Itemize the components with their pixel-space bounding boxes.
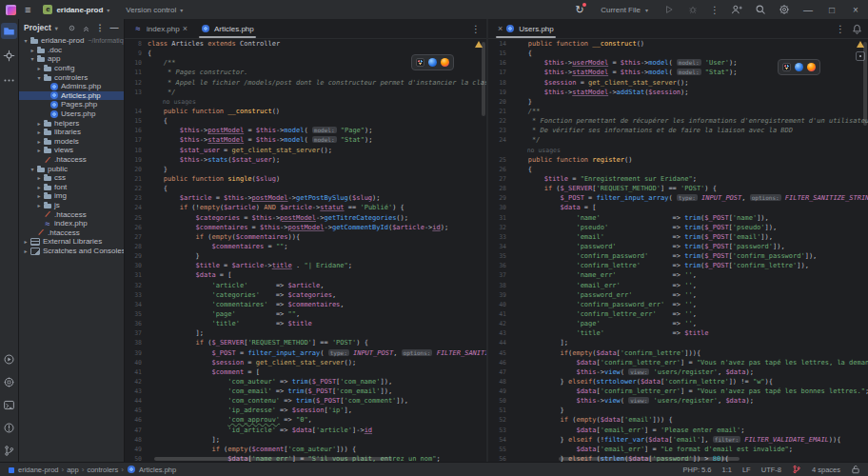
code-line[interactable]: 39 'password_err' => '', xyxy=(488,290,868,300)
run-button[interactable] xyxy=(662,3,676,16)
code-line[interactable]: 37 ]; xyxy=(124,328,486,338)
code-line[interactable]: 41 'confirm_lettre_err' => '', xyxy=(488,309,868,319)
tree-item-index-php[interactable]: ≈index.php xyxy=(19,219,124,228)
code-line[interactable]: 43 'com_email' => trim($_POST['com_email… xyxy=(124,387,486,396)
debug-button[interactable] xyxy=(686,3,700,16)
code-line[interactable]: 44 'com_contenu' => trim($_POST['com_com… xyxy=(124,396,486,406)
code-line[interactable]: 33 'email' => trim($_POST['email']), xyxy=(488,232,868,242)
code-line[interactable]: 28 if ($_SERVER['REQUEST_METHOD'] == 'PO… xyxy=(488,184,868,193)
code-line[interactable]: 26 { xyxy=(488,165,868,174)
code-line[interactable]: 34 'commentaires' => $commentaires, xyxy=(124,300,486,309)
code-with-me-button[interactable] xyxy=(730,3,743,16)
code-line[interactable]: 36 'title' => $title xyxy=(124,319,486,328)
code-line[interactable]: 19 $this->statModel->addStat($session); xyxy=(488,88,868,97)
horizontal-scrollbar[interactable] xyxy=(154,457,392,461)
code-line[interactable]: 32 'pseudo' => trim($_POST['pseudo']), xyxy=(488,223,868,232)
code-line[interactable]: 31 $data = [ xyxy=(124,270,486,280)
code-line[interactable]: 13 */ xyxy=(124,88,486,97)
code-line[interactable]: 30 $data = [ xyxy=(488,203,868,212)
tree-item-views[interactable]: ▸views xyxy=(19,146,124,155)
code-line[interactable]: 16 $this->postModel = $this->model( mode… xyxy=(124,126,486,135)
code-line[interactable]: 54 } elseif (!filter_var($data['email'],… xyxy=(488,435,868,445)
horizontal-scrollbar[interactable] xyxy=(559,457,740,461)
code-line[interactable]: 27 if (empty($commentaires)){ xyxy=(124,232,486,242)
code-line[interactable]: 35 'confirm_password' => trim($_POST['co… xyxy=(488,251,868,261)
status-item[interactable]: PHP: 5.6 xyxy=(683,466,712,474)
editor-left[interactable]: 8class Articles extends Controller9{10 /… xyxy=(124,38,486,463)
locate-file-button[interactable] xyxy=(67,23,76,32)
code-line[interactable]: 20 } xyxy=(124,165,486,174)
code-line[interactable]: 24 */ xyxy=(488,135,868,145)
run-configuration-selector[interactable]: Current File ▾ xyxy=(597,4,652,16)
tree-item-js[interactable]: ▸js xyxy=(19,201,124,210)
code-line[interactable]: 15 { xyxy=(488,49,868,58)
editor-splitter[interactable] xyxy=(486,19,488,463)
vcs-widget[interactable]: Version control ▾ xyxy=(122,4,187,16)
editor-right[interactable]: 14 public function __construct()15 {16 $… xyxy=(488,38,868,463)
code-line[interactable]: 47 $this->view( view: 'users/register', … xyxy=(488,367,868,377)
code-line[interactable]: 55 $data['email_err'] = "Le format d'ema… xyxy=(488,445,868,454)
tree-item-config[interactable]: ▸config xyxy=(19,64,124,73)
status-item[interactable]: 1:1 xyxy=(722,466,732,474)
code-line[interactable]: 32 'article' => $article, xyxy=(124,281,486,290)
breadcrumb-segment[interactable]: app xyxy=(67,466,79,474)
code-line[interactable]: 44 ]; xyxy=(488,338,868,347)
firefox-browser-icon[interactable] xyxy=(441,58,449,67)
tree-item-img[interactable]: ▸img xyxy=(19,191,124,201)
status-item[interactable]: UTF-8 xyxy=(761,466,781,474)
code-line[interactable]: no usages xyxy=(488,146,868,155)
code-line[interactable]: 36 'confirm_lettre' => trim($_POST['conf… xyxy=(488,261,868,270)
tree-item-articles-php[interactable]: Articles.php xyxy=(19,91,124,101)
code-line[interactable]: 20 } xyxy=(488,97,868,107)
code-line[interactable]: 14 public function __construct() xyxy=(488,39,868,49)
status-item[interactable]: LF xyxy=(742,466,751,474)
code-line[interactable]: 38 'email_err' => '', xyxy=(488,281,868,290)
code-line[interactable]: 46 'com_approuv' => "0", xyxy=(124,415,486,425)
search-everywhere-button[interactable] xyxy=(754,3,767,16)
code-line[interactable]: 12 * Appel le fichier /models/post dont … xyxy=(124,78,486,88)
status-item[interactable]: 4 spaces xyxy=(812,466,840,474)
code-line[interactable]: 37 'name_err' => '', xyxy=(488,270,868,280)
code-line[interactable]: 40 'confirm_password_err' => '', xyxy=(488,300,868,309)
run-tool-button[interactable] xyxy=(1,351,17,367)
sync-update-button[interactable]: ↻ xyxy=(573,3,586,16)
tree-item-htaccess[interactable]: ⁄.htaccess xyxy=(19,209,124,219)
tree-item-eridane-prod[interactable]: ▾eridane-prod~/Informatique xyxy=(19,36,124,46)
panel-options-button[interactable]: ⋮ xyxy=(95,23,105,32)
tree-item-admins-php[interactable]: Admins.php xyxy=(19,82,124,91)
code-line[interactable]: 49 if (empty($comment['com_auteur'])) { xyxy=(124,445,486,454)
code-line[interactable]: 25 public function register() xyxy=(488,155,868,165)
more-tool-button[interactable] xyxy=(1,72,17,89)
code-line[interactable]: 22 { xyxy=(124,184,486,193)
code-line[interactable]: 21 /** xyxy=(488,107,868,116)
code-line[interactable]: 48 ]; xyxy=(124,435,486,445)
code-line[interactable]: 23 $article = $this->postModel->getPostB… xyxy=(124,193,486,203)
breadcrumb-segment[interactable]: eridane-prod xyxy=(8,466,59,474)
tree-item-css[interactable]: ▸css xyxy=(19,173,124,183)
project-widget[interactable]: e eridane-prod ▾ xyxy=(39,3,113,16)
more-actions-button[interactable]: ⋮ xyxy=(710,5,720,15)
code-line[interactable]: 49 $data['confirm_lettre_err'] = "Vous n… xyxy=(488,387,868,396)
code-line[interactable]: 28 $commentaires = ""; xyxy=(124,242,486,251)
code-line[interactable]: 52 if (empty($data['email'])) { xyxy=(488,415,868,425)
tab-users-php[interactable]: ×Users.php xyxy=(491,19,561,38)
code-line[interactable]: 42 'com_auteur' => trim($_POST['com_name… xyxy=(124,377,486,387)
code-line[interactable]: 24 if (!empty($article) AND $article->st… xyxy=(124,203,486,212)
code-line[interactable]: 42 'page' => '', xyxy=(488,319,868,328)
code-line[interactable]: 29 $_POST = filter_input_array( type: IN… xyxy=(488,193,868,203)
main-menu-icon[interactable]: ≡ xyxy=(25,5,30,15)
maximize-button[interactable]: □ xyxy=(825,5,838,15)
code-line[interactable]: 23 * De vérifier ses informations et de … xyxy=(488,126,868,135)
code-line[interactable]: 18 $session = get_client_stat_server(); xyxy=(488,78,868,88)
code-line[interactable]: 48 } elseif(strtolower($data['confirm_le… xyxy=(488,377,868,387)
hide-panel-button[interactable]: — xyxy=(109,23,119,32)
tree-item-models[interactable]: ▸models xyxy=(19,137,124,147)
tree-item-public[interactable]: ▾public xyxy=(19,164,124,173)
minimize-button[interactable]: — xyxy=(801,5,815,15)
tree-item-doc[interactable]: ▸.doc xyxy=(19,46,124,55)
project-panel-title[interactable]: Project xyxy=(24,23,51,32)
code-line[interactable]: 45 'ip_adresse' => $session['ip'], xyxy=(124,406,486,415)
code-line[interactable]: 26 $commentaires = $this->postModel->get… xyxy=(124,223,486,232)
code-line[interactable]: 33 'categories' => $categories, xyxy=(124,290,486,300)
problems-tool-button[interactable] xyxy=(1,420,17,436)
